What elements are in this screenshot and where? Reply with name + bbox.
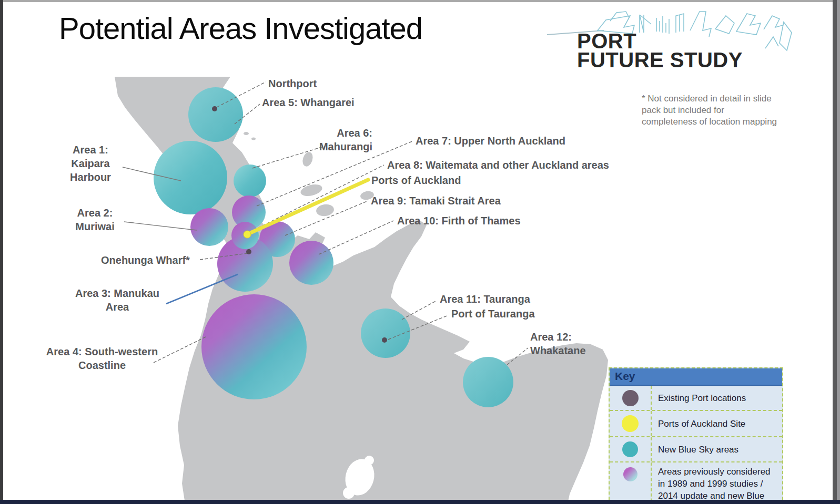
window-border-right: [833, 0, 837, 504]
onehunga-wharf-dot: [246, 249, 251, 254]
label-line: Coastline: [40, 358, 164, 372]
label-line: Area 1:: [64, 143, 117, 157]
legend-label: Areas previously considered in 1989 and …: [652, 462, 777, 504]
label-area-4: Area 4: South-western Coastline: [40, 345, 164, 372]
port-of-tauranga-dot: [382, 337, 387, 343]
ports-of-auckland-site-dot: [244, 231, 251, 238]
existing-port-icon: [622, 390, 639, 406]
label-area-3: Area 3: Manukau Area: [70, 286, 165, 314]
label-area-8: Area 8: Waitemata and other Auckland are…: [387, 158, 609, 172]
label-port-of-tauranga: Port of Tauranga: [451, 307, 535, 321]
area-2-muriwai-circle: [190, 208, 228, 246]
legend-icon-cell: [610, 386, 652, 410]
legend-icon-cell: [610, 411, 652, 436]
label-line: Mahurangi: [308, 140, 372, 153]
label-area-6: Area 6: Mahurangi: [308, 126, 372, 153]
legend-row-existing-port: Existing Port locations: [610, 386, 782, 411]
label-line: Area: [70, 300, 165, 314]
area-5-whangarei-circle: [188, 87, 243, 142]
label-line: Harbour: [64, 170, 117, 184]
label-line: Kaipara: [64, 157, 117, 170]
previously-considered-icon: [623, 467, 637, 481]
legend-header: Key: [610, 368, 782, 386]
slide: Potential Areas Investigated PORT FUTURE…: [0, 0, 840, 504]
label-area-2: Area 2: Muriwai: [67, 206, 123, 233]
label-line: Area 3: Manukau: [70, 286, 165, 300]
footnote-line: completeness of location mapping: [642, 116, 794, 128]
window-border-right-outer: [837, 0, 840, 504]
area-1-kaipara-circle: [154, 141, 227, 214]
footnote-line: * Not considered in detail in slide: [642, 93, 794, 105]
label-onehunga-wharf: Onehunga Wharf*: [101, 253, 190, 267]
ports-of-auckland-site-icon: [622, 415, 639, 432]
page-title: Potential Areas Investigated: [59, 11, 422, 46]
label-northport: Northport: [268, 77, 317, 90]
area-10-firth-of-thames-circle: [289, 241, 333, 285]
label-line: Whakatane: [530, 344, 586, 357]
label-area-9: Area 9: Tamaki Strait Area: [371, 194, 501, 208]
legend-label: Existing Port locations: [652, 389, 777, 407]
legend-label: Ports of Auckland Site: [652, 415, 777, 433]
label-area-10: Area 10: Firth of Thames: [397, 214, 521, 228]
northport-dot: [212, 106, 217, 111]
new-blue-sky-icon: [622, 441, 638, 457]
legend-icon-cell: [610, 462, 652, 504]
window-border-bottom: [0, 500, 840, 504]
legend-label: New Blue Sky areas: [652, 440, 777, 459]
logo-text-future-study: FUTURE STUDY: [577, 49, 743, 70]
label-line: Area 2:: [67, 206, 123, 220]
legend: Key Existing Port locations Ports of Auc…: [609, 367, 783, 504]
area-6-mahurangi-circle: [234, 164, 266, 197]
label-line: Area 4: South-western: [40, 345, 164, 358]
legend-row-previously-considered: Areas previously considered in 1989 and …: [610, 462, 782, 504]
label-area-12: Area 12: Whakatane: [530, 330, 586, 357]
label-area-7: Area 7: Upper North Auckland: [416, 134, 565, 148]
legend-row-new-blue-sky: New Blue Sky areas: [610, 437, 782, 462]
label-line: Area 6:: [308, 126, 372, 140]
label-ports-of-auckland: Ports of Auckland: [371, 173, 461, 187]
legend-icon-cell: [610, 437, 652, 461]
legend-row-ports-of-auckland-site: Ports of Auckland Site: [610, 411, 782, 437]
window-border-top: [0, 0, 840, 2]
area-4-south-western-coastline-circle: [201, 294, 307, 399]
footnote-line: pack but included for: [642, 105, 794, 116]
label-area-5: Area 5: Whangarei: [262, 96, 355, 109]
area-12-whakatane-circle: [463, 357, 513, 407]
window-border-left: [0, 0, 3, 504]
label-line: Muriwai: [67, 220, 123, 233]
label-area-1: Area 1: Kaipara Harbour: [64, 143, 117, 184]
label-line: Area 12:: [530, 330, 586, 344]
label-area-11: Area 11: Tauranga: [440, 292, 530, 306]
footnote: * Not considered in detail in slide pack…: [642, 93, 794, 128]
